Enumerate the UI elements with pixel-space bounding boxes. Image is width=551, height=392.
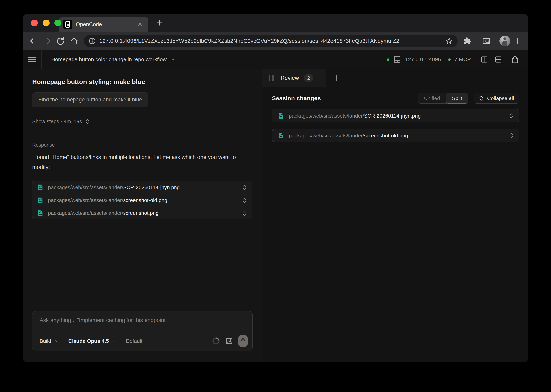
mode-label: Build — [40, 338, 51, 344]
file-name: screenshot-old.png — [123, 197, 167, 203]
attach-image-icon[interactable] — [225, 337, 233, 345]
diff-mode-toggle: Unified Split — [418, 93, 468, 104]
file-dir: packages/web/src/assets/lander/ — [48, 210, 123, 216]
unified-toggle[interactable]: Unified — [418, 93, 446, 104]
profile-avatar[interactable] — [500, 36, 510, 46]
composer-icons — [212, 335, 248, 347]
changed-file-card[interactable]: packages/web/src/assets/lander/SCR-20260… — [272, 109, 519, 122]
file-name: SCR-20260114-jnyn.png — [123, 184, 180, 190]
app-content: Homepage button styling: make blue Find … — [22, 69, 529, 362]
conversation: Homepage button styling: make blue Find … — [22, 69, 262, 219]
mcp-status-dot — [448, 58, 451, 61]
split-toggle[interactable]: Split — [446, 93, 468, 104]
chat-panel: Homepage button styling: make blue Find … — [22, 69, 262, 362]
response-text: I found "Home" buttons/links in multiple… — [32, 152, 252, 172]
split-columns-icon[interactable] — [479, 54, 489, 65]
review-panel: Review 2 Session changes Unified Split — [262, 69, 529, 362]
chevron-down-icon — [170, 57, 175, 62]
image-file-icon — [37, 184, 44, 191]
session-changes-title: Session changes — [272, 95, 321, 102]
opencode-favicon-icon — [63, 20, 72, 29]
minimize-window-button[interactable] — [43, 20, 50, 27]
expand-file-icon[interactable] — [242, 184, 247, 190]
browser-tab-opencode[interactable]: OpenCode — [59, 17, 148, 32]
model-select[interactable]: Claude Opus 4.5 — [68, 338, 116, 344]
send-button[interactable] — [239, 335, 248, 347]
file-name: SCR-20260114-jnyn.png — [364, 113, 420, 119]
mcp-count[interactable]: 7 MCP — [454, 56, 471, 63]
expand-collapse-icon — [479, 95, 484, 101]
split-rows-icon[interactable] — [493, 54, 503, 65]
show-steps-toggle[interactable]: Show steps · 4m, 19s — [32, 118, 252, 125]
toolbar-separator — [477, 37, 477, 45]
file-dir: packages/web/src/assets/lander/ — [289, 113, 364, 119]
diff-view-controls: Unified Split Collapse all — [418, 93, 519, 104]
browser-toolbar: 127.0.0.1:4096/L1VzZXJzL3J5YW52b2dlbC9kZ… — [22, 32, 529, 50]
tab-title: OpenCode — [76, 21, 132, 28]
chevron-down-icon — [112, 339, 116, 343]
file-row[interactable]: packages/web/src/assets/lander/screensho… — [32, 194, 252, 207]
arrow-up-icon — [240, 337, 246, 345]
hamburger-icon — [28, 56, 36, 63]
drag-handle-icon[interactable] — [269, 74, 276, 82]
header-status-cluster: 127.0.0.1:4096 7 MCP — [387, 54, 529, 65]
image-file-icon — [37, 197, 44, 204]
file-dir: packages/web/src/assets/lander/ — [289, 133, 364, 139]
collapse-all-button[interactable]: Collapse all — [473, 93, 519, 104]
extensions-icon[interactable] — [461, 35, 473, 47]
close-window-button[interactable] — [31, 20, 38, 27]
response-label: Response — [32, 142, 252, 148]
tab-review[interactable]: Review 2 — [262, 69, 326, 87]
expand-file-icon[interactable] — [509, 133, 514, 139]
context-spinner-icon — [212, 337, 220, 345]
image-file-icon — [37, 210, 44, 217]
agent-select[interactable]: Default — [126, 338, 142, 344]
new-tab-button[interactable] — [154, 17, 166, 29]
review-tab-bar: Review 2 — [262, 69, 529, 87]
collapse-all-label: Collapse all — [487, 95, 514, 101]
expand-file-icon[interactable] — [509, 113, 514, 119]
tab-close-icon[interactable] — [136, 21, 144, 28]
file-row[interactable]: packages/web/src/assets/lander/screensho… — [32, 207, 252, 219]
tab-bar-rest — [326, 69, 529, 87]
file-name: screenshot-old.png — [364, 133, 408, 139]
file-dir: packages/web/src/assets/lander/ — [48, 184, 123, 190]
server-host[interactable]: 127.0.0.1:4096 — [405, 56, 441, 63]
session-changes: Session changes Unified Split Collapse a… — [262, 87, 529, 149]
expand-file-icon[interactable] — [242, 210, 247, 216]
model-label: Claude Opus 4.5 — [68, 338, 109, 344]
image-file-icon — [277, 132, 284, 139]
url-text[interactable]: 127.0.0.1:4096/L1VzZXJzL3J5YW52b2dlbC9kZ… — [99, 38, 442, 44]
show-steps-label: Show steps · 4m, 19s — [32, 118, 82, 125]
share-icon[interactable] — [510, 54, 520, 65]
site-info-icon[interactable] — [88, 37, 96, 45]
home-icon[interactable] — [68, 35, 80, 47]
traffic-lights — [31, 14, 61, 32]
zoom-window-button[interactable] — [54, 20, 61, 27]
expand-file-icon[interactable] — [242, 197, 247, 203]
changed-file-card[interactable]: packages/web/src/assets/lander/screensho… — [272, 129, 519, 142]
user-prompt-chip: Find the homepage button and make it blu… — [32, 92, 148, 107]
composer: Build Claude Opus 4.5 Default — [32, 311, 253, 351]
file-dir: packages/web/src/assets/lander/ — [48, 197, 123, 203]
chevron-down-icon — [54, 339, 58, 343]
browser-window: OpenCode 127.0.0.1:4096/ — [22, 14, 529, 362]
session-title-dropdown[interactable]: Homepage button color change in repo wor… — [51, 56, 175, 63]
forward-icon[interactable] — [41, 35, 53, 47]
mode-select[interactable]: Build — [40, 338, 58, 344]
session-changes-header: Session changes Unified Split Collapse a… — [272, 93, 519, 104]
reload-icon[interactable] — [54, 35, 67, 47]
chat-input[interactable] — [40, 317, 245, 333]
app-header: Homepage button color change in repo wor… — [22, 50, 529, 69]
tab-search-icon[interactable] — [480, 35, 493, 47]
file-row[interactable]: packages/web/src/assets/lander/SCR-20260… — [32, 181, 252, 194]
back-icon[interactable] — [27, 35, 40, 47]
image-file-icon — [277, 112, 284, 119]
expand-collapse-icon — [85, 119, 90, 125]
add-tab-icon[interactable] — [333, 74, 340, 82]
sidebar-menu-button[interactable] — [22, 50, 42, 69]
address-bar[interactable]: 127.0.0.1:4096/L1VzZXJzL3J5YW52b2dlbC9kZ… — [84, 35, 457, 47]
browser-menu-icon[interactable] — [511, 35, 524, 47]
bookmark-star-icon[interactable] — [445, 37, 453, 45]
composer-controls: Build Claude Opus 4.5 Default — [40, 335, 248, 347]
